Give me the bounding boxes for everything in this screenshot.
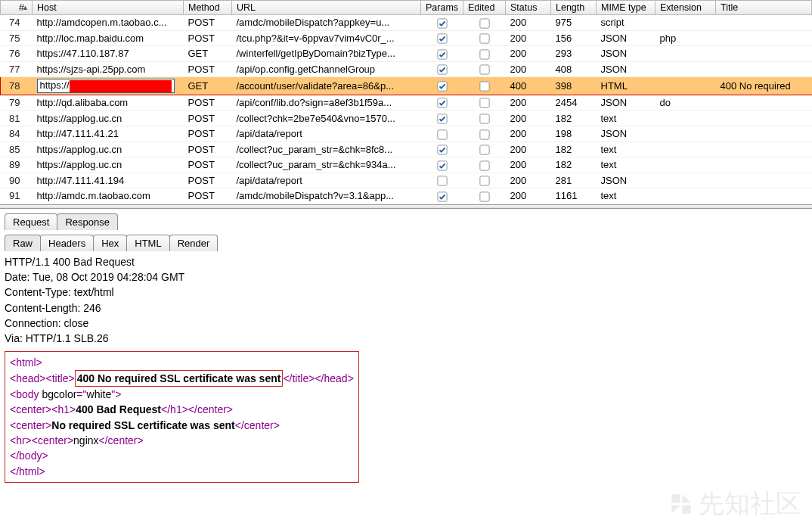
cell-mime: JSON [597,126,655,142]
table-row[interactable]: 75http://loc.map.baidu.comPOST/tcu.php?&… [1,30,812,46]
tag-center-close-1: </center> [188,403,233,415]
col-host[interactable]: Host [33,1,184,15]
col-extension[interactable]: Extension [655,1,716,15]
cell-length: 182 [551,142,597,157]
cell-edited [463,30,506,46]
table-row[interactable]: 85https://applog.uc.cnPOST/collect?uc_pa… [1,142,812,157]
tab-headers[interactable]: Headers [40,235,94,251]
nginx-text: nginx [73,434,98,446]
cell-edited [463,110,506,126]
tag-center-open-2: <center> [10,419,51,431]
tab-render[interactable]: Render [169,235,218,251]
cell-extension [655,173,716,188]
gt: > [115,388,121,400]
cell-number: 84 [1,126,33,142]
tag-html-open: <html> [10,356,42,369]
svg-rect-5 [479,50,488,59]
response-body[interactable]: <html> <head><title>400 No required SSL … [5,351,359,483]
cell-length: 975 [551,15,597,31]
msg-tabs: Request Response [5,213,807,230]
cell-params [421,61,463,77]
cell-params [421,30,463,46]
cell-title [716,46,812,62]
cell-number: 91 [1,188,33,204]
cell-host: http://47.111.41.194 [33,173,184,188]
sort-asc-icon: ▲ [22,4,29,11]
cell-url: /amdc/mobileDispatch?appkey=u... [232,15,421,31]
cell-number: 90 [1,173,33,188]
cell-method: POST [184,126,232,142]
cell-method: POST [184,110,232,126]
svg-rect-19 [479,161,488,170]
cell-status: 400 [506,77,551,95]
cell-params [421,15,463,31]
col-method[interactable]: Method [184,1,232,15]
response-title-text: 400 No required SSL certificate was sent [75,370,284,387]
cell-params [421,173,463,188]
table-row[interactable]: 78https://GET/account/user/validate?area… [1,77,812,95]
cell-host: https:// [33,77,184,95]
eq: = [76,388,82,400]
cell-number: 89 [1,157,33,173]
cell-length: 156 [551,30,597,46]
table-row[interactable]: 90http://47.111.41.194POST/api/data/repo… [1,173,812,188]
tab-raw[interactable]: Raw [5,235,41,251]
tab-html[interactable]: HTML [126,235,169,251]
col-status[interactable]: Status [506,1,551,15]
cell-host: https://sjzs-api.25pp.com [33,61,184,77]
tag-hr: <hr> [10,434,32,446]
cell-params [421,188,463,204]
cell-mime: JSON [597,46,655,62]
cell-status: 200 [506,15,551,31]
cell-method: GET [184,46,232,62]
attr-bgcolor: bgcolor [42,388,76,400]
cell-length: 2454 [551,95,597,110]
col-edited[interactable]: Edited [463,1,506,15]
col-title[interactable]: Title [716,1,812,15]
cell-mime: JSON [597,95,655,110]
col-mime[interactable]: MIME type [597,1,655,15]
col-url[interactable]: URL [232,1,421,15]
cell-number: 81 [1,110,33,126]
cell-edited [463,173,506,188]
table-row[interactable]: 91http://amdc.m.taobao.comPOST/amdc/mobi… [1,188,812,204]
cell-status: 200 [506,110,551,126]
cell-status: 200 [506,126,551,142]
no-cert-text: No required SSL certificate was sent [51,419,235,431]
cell-extension: php [655,30,716,46]
table-row[interactable]: 76https://47.110.187.87GET/winterfell/ge… [1,46,812,62]
cell-length: 198 [551,126,597,142]
status-line: HTTP/1.1 400 Bad Request [5,254,807,269]
cell-url: /tcu.php?&it=v-6ppvav7vim4vC0r_... [232,30,421,46]
tab-hex[interactable]: Hex [93,235,127,251]
table-row[interactable]: 79http://qd.alibaba.comPOST/api/conf/lib… [1,95,812,110]
tab-response[interactable]: Response [57,213,118,230]
svg-rect-3 [479,34,488,43]
cell-params [421,46,463,62]
view-tabs: Raw Headers Hex HTML Render [5,235,807,251]
h1-text: 400 Bad Request [76,403,161,415]
table-header[interactable]: #▲ Host Method URL Params Edited Status … [1,1,812,15]
table-row[interactable]: 77https://sjzs-api.25pp.comPOST/api/op.c… [1,61,812,77]
cell-status: 200 [506,61,551,77]
cell-title [716,110,812,126]
cell-extension [655,77,716,95]
cell-mime: text [597,188,655,204]
col-params[interactable]: Params [421,1,463,15]
table-row[interactable]: 89https://applog.uc.cnPOST/collect?uc_pa… [1,157,812,173]
col-length[interactable]: Length [551,1,597,15]
table-row[interactable]: 74http://amdcopen.m.taobao.c...POST/amdc… [1,15,812,31]
cell-title [716,95,812,110]
cell-method: GET [184,77,232,95]
http-history-table[interactable]: #▲ Host Method URL Params Edited Status … [0,0,812,204]
svg-rect-11 [479,98,488,107]
tag-title-close: </title> [283,372,315,384]
col-number[interactable]: #▲ [1,1,33,15]
cell-edited [463,77,506,95]
cell-params [421,110,463,126]
table-row[interactable]: 84http://47.111.41.21POST/api/data/repor… [1,126,812,142]
table-row[interactable]: 81https://applog.uc.cnPOST/collect?chk=2… [1,110,812,126]
response-headers[interactable]: HTTP/1.1 400 Bad Request Date: Tue, 08 O… [5,254,807,347]
tab-request[interactable]: Request [5,213,57,230]
tag-head-close: </head> [315,372,353,384]
